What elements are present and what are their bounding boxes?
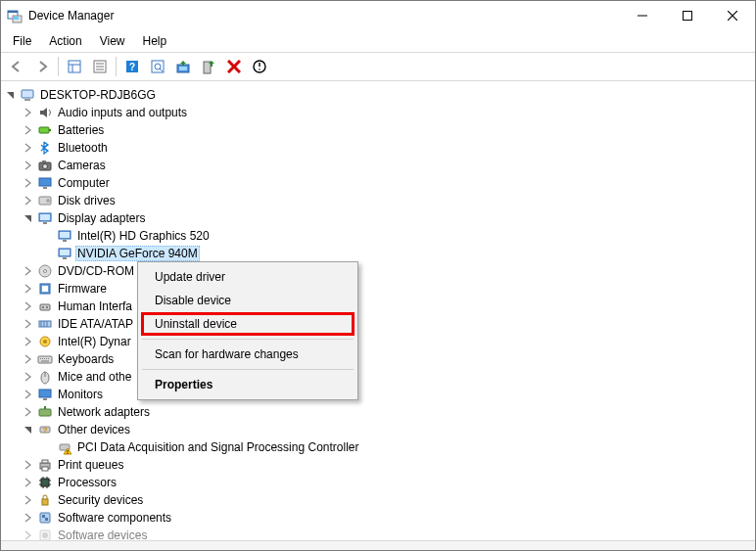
svg-rect-70 (43, 398, 47, 400)
svg-rect-66 (41, 361, 49, 362)
expand-chevron-icon[interactable] (21, 122, 36, 138)
tree-category-monitors[interactable]: Monitors (1, 386, 755, 403)
svg-rect-3 (14, 17, 19, 20)
expand-chevron-icon[interactable] (21, 193, 36, 208)
computer-icon (36, 175, 54, 191)
app-icon (7, 8, 23, 23)
expand-chevron-icon[interactable] (21, 404, 36, 420)
tree-label: Disk drives (56, 194, 118, 207)
maximize-button[interactable] (665, 1, 710, 30)
expand-chevron-icon[interactable] (21, 140, 36, 156)
computer-icon (19, 87, 36, 103)
tree-item-intel[interactable]: Intel(R) HD Graphics 520 (1, 227, 755, 245)
menu-help[interactable]: Help (135, 32, 175, 50)
expand-chevron-icon[interactable] (21, 492, 36, 508)
svg-rect-29 (39, 127, 49, 133)
properties-button[interactable] (88, 55, 112, 78)
help-button[interactable]: ? (120, 55, 144, 78)
expand-chevron-icon[interactable] (21, 281, 36, 297)
expand-chevron-icon[interactable] (21, 334, 36, 349)
expand-chevron-icon[interactable] (21, 175, 36, 191)
device-tree[interactable]: DESKTOP-RDJB6GGAudio inputs and outputsB… (1, 82, 755, 540)
content-area: DESKTOP-RDJB6GGAudio inputs and outputsB… (1, 81, 755, 540)
network-icon (36, 404, 54, 420)
tree-item-pci[interactable]: !PCI Data Acquisition and Signal Process… (1, 438, 755, 456)
menu-file[interactable]: File (5, 32, 39, 50)
expand-chevron-icon[interactable] (21, 369, 36, 385)
svg-rect-40 (43, 222, 47, 224)
expand-chevron-icon[interactable] (21, 387, 36, 402)
svg-rect-79 (42, 467, 48, 471)
tree-category-hid[interactable]: Human Interfa (1, 298, 755, 315)
tree-category-processors[interactable]: Processors (1, 474, 755, 491)
expand-chevron-icon[interactable] (21, 158, 36, 173)
tree-category-firmware[interactable]: Firmware (1, 280, 755, 298)
svg-rect-50 (42, 286, 48, 292)
expand-chevron-icon[interactable] (3, 87, 19, 103)
disable-device-button[interactable] (248, 55, 271, 78)
ide-icon (36, 316, 54, 332)
tree-item-nvidia[interactable]: NVIDIA GeForce 940M (1, 245, 755, 262)
tree-category-mice[interactable]: Mice and othe (1, 368, 755, 386)
svg-rect-89 (42, 499, 48, 505)
svg-line-19 (160, 69, 163, 71)
tree-category-dvd[interactable]: DVD/CD-ROM (1, 262, 755, 280)
tree-label: Mice and othe (56, 370, 133, 384)
svg-rect-46 (63, 257, 67, 259)
tree-category-display[interactable]: Display adapters (1, 209, 755, 227)
expand-chevron-icon[interactable] (21, 263, 36, 279)
tree-category-swcomp[interactable]: Software components (1, 509, 755, 527)
expand-chevron-icon[interactable] (21, 422, 36, 437)
ctx-scan-hardware[interactable]: Scan for hardware changes (141, 343, 354, 366)
expand-chevron-icon[interactable] (21, 210, 36, 226)
tree-category-ide[interactable]: IDE ATA/ATAP (1, 315, 755, 333)
tree-category-cameras[interactable]: Cameras (1, 157, 755, 174)
firmware-icon (36, 281, 54, 297)
forward-button[interactable] (30, 55, 54, 78)
expand-chevron-icon[interactable] (21, 475, 36, 490)
svg-text:?: ? (129, 62, 135, 72)
ctx-update-driver[interactable]: Update driver (141, 265, 354, 289)
tree-category-disk[interactable]: Disk drives (1, 192, 755, 209)
tree-category-bluetooth[interactable]: Bluetooth (1, 139, 755, 157)
tree-category-computer[interactable]: Computer (1, 174, 755, 192)
ctx-disable-device[interactable]: Disable device (141, 289, 354, 312)
ctx-properties[interactable]: Properties (141, 373, 354, 396)
svg-rect-28 (24, 99, 30, 101)
ctx-uninstall-device[interactable]: Uninstall device (141, 312, 354, 336)
close-button[interactable] (710, 1, 755, 30)
expand-chevron-icon[interactable] (21, 457, 36, 473)
tree-root[interactable]: DESKTOP-RDJB6GG (1, 86, 755, 104)
back-button[interactable] (5, 55, 28, 78)
tree-category-dynamic[interactable]: Intel(R) Dynar (1, 333, 755, 350)
menu-action[interactable]: Action (41, 32, 89, 50)
tree-category-batteries[interactable]: Batteries (1, 121, 755, 139)
expand-chevron-icon[interactable] (21, 510, 36, 526)
tree-category-keyboards[interactable]: Keyboards (1, 350, 755, 368)
tree-category-other[interactable]: ?Other devices (1, 421, 755, 438)
expand-chevron-icon[interactable] (21, 105, 36, 120)
expand-chevron-icon[interactable] (21, 528, 36, 540)
show-hide-tree-button[interactable] (63, 55, 86, 78)
enable-device-button[interactable] (197, 55, 220, 78)
pci-icon: ! (56, 439, 73, 455)
tree-label: Computer (56, 176, 112, 190)
svg-point-52 (42, 306, 44, 308)
expand-chevron-icon[interactable] (21, 351, 36, 367)
tree-label: PCI Data Acquisition and Signal Processi… (75, 440, 360, 454)
tree-label: DESKTOP-RDJB6GG (38, 88, 158, 102)
scan-hardware-button[interactable] (146, 55, 169, 78)
tree-category-print[interactable]: Print queues (1, 456, 755, 474)
update-driver-button[interactable] (171, 55, 195, 78)
svg-rect-45 (60, 250, 70, 255)
svg-rect-1 (8, 11, 18, 13)
expand-chevron-icon[interactable] (21, 316, 36, 332)
tree-category-security[interactable]: Security devices (1, 491, 755, 509)
minimize-button[interactable] (620, 1, 665, 30)
menu-view[interactable]: View (92, 32, 133, 50)
expand-chevron-icon[interactable] (21, 298, 36, 314)
tree-category-swdev[interactable]: Software devices (1, 527, 755, 540)
uninstall-device-button[interactable] (222, 55, 246, 78)
tree-category-network[interactable]: Network adapters (1, 403, 755, 421)
tree-category-audio[interactable]: Audio inputs and outputs (1, 104, 755, 121)
